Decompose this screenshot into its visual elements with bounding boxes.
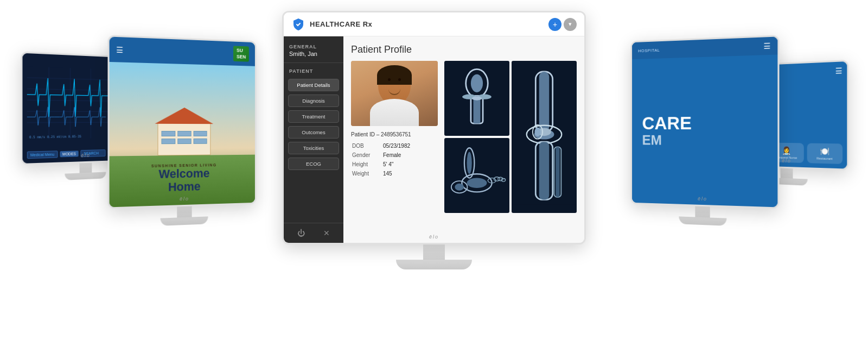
sidebar-ecog-btn[interactable]: ECOG (288, 158, 339, 170)
patient-id-label: Patient ID (351, 131, 375, 137)
healthcare-monitor: HOSPITAL ☰ CARE EM ēlo (630, 35, 779, 228)
svg-point-19 (472, 96, 482, 100)
titlebar-add-btn[interactable]: + (548, 18, 561, 31)
app-sidebar: GENERAL Smith, Jan PATIENT Patient Detai… (284, 36, 343, 243)
healthcare-body: CARE EM (632, 55, 777, 208)
ashley-elo-label: ēlo (782, 158, 791, 164)
sunshine-hero: SUNSHINE SENIOR LIVING Welcome Home (110, 62, 255, 207)
height-value: 5' 4" (383, 160, 437, 168)
ecg-stand-neck (80, 163, 92, 173)
center-stand-base (396, 260, 472, 269)
patient-photo-inner (351, 61, 438, 126)
sidebar-patient-details-btn[interactable]: Patient Details (288, 79, 339, 91)
svg-point-24 (467, 178, 487, 188)
xray-grid (444, 61, 577, 213)
sidebar-footer: ⏻ ✕ (284, 223, 343, 243)
center-monitor-frame: HEALTHCARE Rx + ▾ GENERAL Smith, Jan PAT… (282, 11, 586, 244)
app-window: HEALTHCARE Rx + ▾ GENERAL Smith, Jan PAT… (284, 12, 584, 243)
patient-id-value: 2489536751 (381, 131, 411, 137)
center-elo-label: ēlo (429, 234, 439, 240)
app-logo-icon (291, 17, 305, 32)
center-monitor: HEALTHCARE Rx + ▾ GENERAL Smith, Jan PAT… (282, 11, 586, 269)
svg-rect-20 (444, 143, 509, 208)
weight-value: 145 (383, 170, 437, 178)
height-label: Height (352, 160, 382, 168)
healthcare-screen: HOSPITAL ☰ CARE EM (632, 36, 777, 207)
power-icon[interactable]: ⏻ (297, 229, 305, 237)
sidebar-patient-label: PATIENT (284, 63, 343, 77)
ashley-stand-neck (781, 168, 793, 179)
app-body: GENERAL Smith, Jan PATIENT Patient Detai… (284, 36, 584, 243)
dob-value: 05/23/1982 (383, 142, 437, 150)
hospital-label: HOSPITAL (638, 47, 660, 53)
sunshine-stand-neck (177, 206, 192, 218)
sunshine-bg: SUNSHINE SENIOR LIVING Welcome Home (110, 62, 255, 207)
sunshine-monitor: ☰ SUSEN (107, 35, 256, 228)
table-row: Gender Female (352, 151, 437, 159)
table-row: Weight 145 (352, 170, 437, 178)
table-row: DOB 05/23/1982 (352, 142, 437, 150)
patient-id-line: Patient ID – 2489536751 (351, 131, 438, 137)
building-windows (158, 128, 210, 147)
xray-knee-top-left (444, 61, 509, 136)
medical-menu-btn[interactable]: Medical Menu (27, 150, 58, 159)
sidebar-toxicities-btn[interactable]: Toxicities (288, 142, 339, 154)
ashley-menu-icon[interactable]: ☰ (835, 66, 843, 76)
patient-id-dash: – (376, 131, 381, 137)
svg-rect-33 (539, 72, 549, 132)
building-roof (155, 108, 214, 124)
healthcare-menu-icon[interactable]: ☰ (763, 41, 770, 51)
ashley-restaurant-btn[interactable]: 🍽️ Restaurant (807, 143, 843, 164)
xray-foot-svg (444, 138, 509, 213)
system-text: EM (642, 131, 767, 149)
sidebar-outcomes-btn[interactable]: Outcomes (288, 126, 339, 139)
sunshine-stand-base (161, 216, 208, 225)
photo-eye-left (388, 78, 391, 81)
titlebar-user-btn[interactable]: ▾ (564, 18, 577, 31)
sunshine-monitor-frame: ☰ SUSEN (107, 35, 256, 209)
xray-leg-right (512, 61, 577, 213)
sunshine-welcome-overlay: SUNSHINE SENIOR LIVING Welcome Home (110, 162, 255, 196)
patient-info-table: DOB 05/23/1982 Gender Female Height (351, 141, 438, 179)
settings-icon[interactable]: ✕ (323, 229, 330, 237)
app-titlebar: HEALTHCARE Rx + ▾ (284, 12, 584, 36)
table-row: Height 5' 4" (352, 160, 437, 168)
sunshine-logo: SUSEN (233, 46, 248, 62)
xray-knee-svg-1 (444, 61, 509, 136)
photo-hair (377, 65, 412, 85)
svg-point-30 (455, 184, 464, 191)
sidebar-general-label: GENERAL (284, 36, 343, 51)
xray-leg-svg (512, 61, 577, 213)
care-text: CARE (642, 113, 767, 132)
sidebar-diagnosis-btn[interactable]: Diagnosis (288, 95, 339, 107)
restaurant-label: Restaurant (811, 156, 838, 160)
sunshine-building (158, 123, 211, 156)
ecg-elo-label: ēlo (81, 153, 90, 158)
photo-body (370, 99, 419, 126)
svg-rect-40 (556, 147, 559, 197)
dob-label: DOB (352, 142, 382, 150)
sunshine-menu-icon[interactable]: ☰ (116, 45, 123, 54)
modes-btn[interactable]: MODES (60, 150, 79, 157)
gender-label: Gender (352, 151, 382, 159)
sidebar-patient-name: Smith, Jan (284, 51, 343, 63)
svg-point-14 (471, 74, 483, 92)
healthcare-stand-base (679, 216, 726, 225)
healthcare-stand-neck (695, 206, 710, 218)
patient-photo (351, 61, 438, 126)
svg-rect-38 (539, 142, 549, 199)
svg-point-22 (467, 152, 472, 174)
sunshine-header: ☰ SUSEN (110, 36, 255, 66)
scene: 0.5 mm/s 0.25 mV/cm 0.05-35 Medical Menu… (0, 0, 868, 339)
svg-point-42 (534, 127, 540, 136)
sunshine-elo-label: ēlo (180, 196, 189, 202)
sidebar-treatment-btn[interactable]: Treatment (288, 110, 339, 123)
main-content: Patient Profile (343, 36, 584, 243)
weight-label: Weight (352, 170, 382, 178)
sunshine-screen: ☰ SUSEN (110, 36, 255, 207)
profile-left-column: Patient ID – 2489536751 DOB 05/23/1982 (351, 61, 438, 213)
healthcare-elo-label: ēlo (698, 196, 707, 202)
patient-profile-title: Patient Profile (351, 44, 577, 55)
center-stand-neck (423, 244, 445, 260)
photo-eye-right (398, 78, 401, 81)
